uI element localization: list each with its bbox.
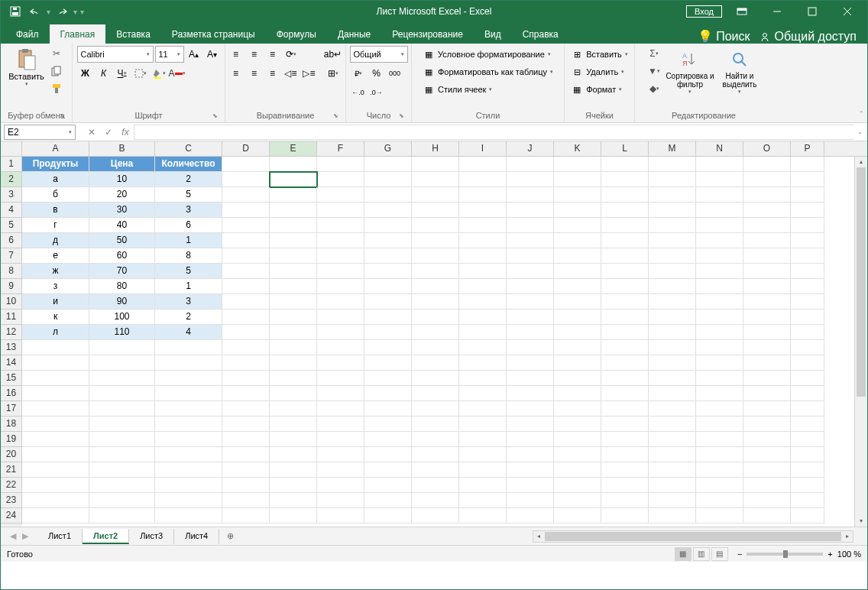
row-header[interactable]: 6 xyxy=(1,233,22,248)
sheet-tab[interactable]: Лист4 xyxy=(174,529,219,544)
cell[interactable] xyxy=(743,248,791,264)
cell[interactable] xyxy=(317,279,364,294)
cell[interactable] xyxy=(791,233,824,248)
scroll-right-icon[interactable]: ▸ xyxy=(842,531,853,542)
cell[interactable] xyxy=(649,157,696,172)
cell[interactable] xyxy=(743,218,791,233)
cell[interactable]: 80 xyxy=(89,279,155,294)
cell[interactable]: Продукты xyxy=(22,157,89,172)
cell[interactable] xyxy=(743,172,791,187)
cell[interactable] xyxy=(696,203,743,218)
zoom-in-button[interactable]: + xyxy=(828,549,832,559)
cell[interactable] xyxy=(222,218,270,233)
cell[interactable] xyxy=(412,508,459,524)
cell[interactable] xyxy=(222,355,270,371)
cell[interactable] xyxy=(412,340,459,355)
cell[interactable] xyxy=(222,478,270,493)
cell[interactable] xyxy=(601,187,649,203)
cell[interactable] xyxy=(696,447,743,462)
cell[interactable] xyxy=(649,279,696,294)
cell[interactable] xyxy=(155,508,222,524)
cell[interactable]: 90 xyxy=(89,294,155,310)
clear-icon[interactable]: ◆▾ xyxy=(646,81,662,96)
cell[interactable] xyxy=(791,462,824,478)
cell[interactable] xyxy=(270,264,317,279)
cell[interactable] xyxy=(554,264,601,279)
row-header[interactable]: 22 xyxy=(1,478,22,493)
ribbon-options-icon[interactable] xyxy=(727,1,757,22)
cell[interactable] xyxy=(364,478,412,493)
cell[interactable] xyxy=(554,371,601,386)
name-box[interactable]: E2▾ xyxy=(4,125,76,140)
cell[interactable] xyxy=(696,401,743,417)
cell[interactable]: 40 xyxy=(89,218,155,233)
cell[interactable] xyxy=(412,355,459,371)
autosum-icon[interactable]: Σ▾ xyxy=(646,46,662,61)
cell[interactable] xyxy=(317,248,364,264)
cell[interactable] xyxy=(222,157,270,172)
cell[interactable] xyxy=(155,432,222,447)
cell[interactable]: б xyxy=(22,187,89,203)
cell[interactable] xyxy=(89,508,155,524)
cell[interactable] xyxy=(743,462,791,478)
cell[interactable]: а xyxy=(22,172,89,187)
cell[interactable] xyxy=(317,325,364,340)
cell[interactable] xyxy=(459,371,507,386)
cell[interactable] xyxy=(791,294,824,310)
cell[interactable] xyxy=(412,447,459,462)
row-header[interactable]: 21 xyxy=(1,462,22,478)
cell[interactable] xyxy=(649,248,696,264)
cell[interactable] xyxy=(554,157,601,172)
cell[interactable] xyxy=(601,279,649,294)
cell[interactable] xyxy=(412,432,459,447)
cell[interactable] xyxy=(649,218,696,233)
tell-me-search[interactable]: 💡 Поиск xyxy=(698,29,750,44)
cell[interactable] xyxy=(601,172,649,187)
cell[interactable] xyxy=(22,371,89,386)
dialog-launcher-icon[interactable]: ⬊ xyxy=(58,112,66,120)
row-header[interactable]: 1 xyxy=(1,157,22,172)
cell[interactable] xyxy=(22,432,89,447)
row-header[interactable]: 9 xyxy=(1,279,22,294)
cell[interactable] xyxy=(696,279,743,294)
cell[interactable] xyxy=(601,264,649,279)
cell[interactable] xyxy=(696,478,743,493)
cell[interactable] xyxy=(155,386,222,401)
tab-file[interactable]: Файл xyxy=(5,24,50,44)
row-header[interactable]: 23 xyxy=(1,493,22,508)
row-header[interactable]: 4 xyxy=(1,203,22,218)
cell[interactable] xyxy=(554,294,601,310)
cell[interactable] xyxy=(743,493,791,508)
cell[interactable] xyxy=(222,203,270,218)
cell[interactable] xyxy=(270,157,317,172)
cell-styles-button[interactable]: ▦Стили ячеек▾ xyxy=(421,81,555,98)
cell[interactable] xyxy=(554,325,601,340)
cell[interactable] xyxy=(364,355,412,371)
merge-center-icon[interactable]: ⊞▾ xyxy=(322,65,344,82)
cell[interactable] xyxy=(317,478,364,493)
sheet-tab[interactable]: Лист1 xyxy=(37,529,83,544)
wrap-text-icon[interactable]: ab↵ xyxy=(322,46,344,63)
cell[interactable] xyxy=(554,233,601,248)
row-header[interactable]: 20 xyxy=(1,447,22,462)
row-header[interactable]: 16 xyxy=(1,386,22,401)
cell[interactable] xyxy=(554,310,601,325)
cell[interactable] xyxy=(459,355,507,371)
cell[interactable] xyxy=(459,172,507,187)
cell[interactable] xyxy=(791,478,824,493)
cell[interactable] xyxy=(270,187,317,203)
font-color-icon[interactable]: А▾ xyxy=(169,65,186,82)
scroll-down-icon[interactable]: ▾ xyxy=(855,516,867,527)
cell[interactable] xyxy=(22,493,89,508)
cell[interactable] xyxy=(507,417,554,432)
cell[interactable]: г xyxy=(22,218,89,233)
cell[interactable] xyxy=(317,294,364,310)
cell[interactable] xyxy=(554,447,601,462)
cell[interactable] xyxy=(317,355,364,371)
cell[interactable] xyxy=(270,310,317,325)
align-center-icon[interactable]: ≡ xyxy=(246,65,263,82)
redo-icon[interactable] xyxy=(53,3,70,20)
enter-formula-icon[interactable]: ✓ xyxy=(100,124,117,141)
cell[interactable] xyxy=(270,386,317,401)
cell[interactable] xyxy=(270,355,317,371)
